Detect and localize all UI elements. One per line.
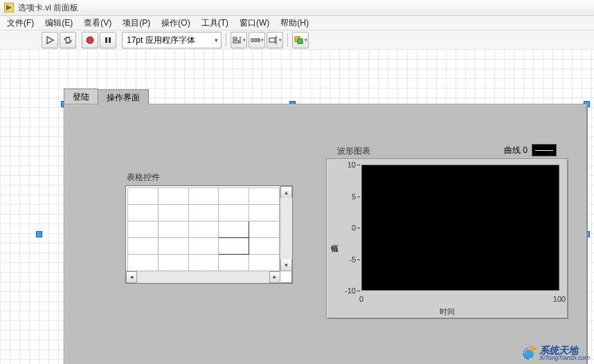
font-selector-label: 17pt 应用程序字体 <box>127 35 195 46</box>
pause-button[interactable] <box>100 32 116 48</box>
font-selector[interactable]: 17pt 应用程序字体 <box>122 32 222 48</box>
table-control[interactable]: ▲ ▼ ◄ ► <box>125 185 293 284</box>
menu-operate[interactable]: 操作(O) <box>156 16 195 30</box>
menu-help[interactable]: 帮助(H) <box>275 16 314 30</box>
waveform-chart-label: 波形图表 <box>337 145 370 157</box>
chart-legend[interactable]: 曲线 0 <box>501 143 559 158</box>
distribute-objects-button[interactable]: ▾ <box>249 32 265 48</box>
legend-line-sample-icon[interactable] <box>532 144 557 156</box>
svg-rect-9 <box>233 41 239 43</box>
menu-tools[interactable]: 工具(T) <box>196 16 234 30</box>
align-objects-button[interactable]: ▾ <box>231 32 247 48</box>
run-button[interactable] <box>42 32 58 48</box>
toolbar-separator <box>287 33 288 47</box>
table-control-label: 表格控件 <box>127 172 160 183</box>
chart-plot-area[interactable] <box>361 165 559 291</box>
y-tick: 10 <box>348 161 356 169</box>
menu-project[interactable]: 项目(P) <box>117 16 156 30</box>
table-cell-selected[interactable] <box>219 238 249 255</box>
chart-y-axis: 10 5 0 -5 -10 <box>327 165 360 291</box>
resize-objects-button[interactable]: ▾ <box>267 32 283 48</box>
svg-marker-2 <box>47 37 53 44</box>
tab-control[interactable]: 登陆 操作界面 表格控件 <box>64 89 586 364</box>
menubar: 文件(F) 编辑(E) 查看(V) 项目(P) 操作(O) 工具(T) 窗口(W… <box>0 16 594 30</box>
y-tick: 5 <box>352 192 356 201</box>
y-tick: 0 <box>352 224 356 232</box>
scroll-right-icon[interactable]: ► <box>269 271 280 283</box>
svg-rect-6 <box>105 37 107 43</box>
tab-strip: 登陆 操作界面 <box>64 89 586 104</box>
window-title: 选项卡.vi 前面板 <box>18 2 78 14</box>
svg-rect-7 <box>109 37 111 43</box>
table-vertical-scrollbar[interactable]: ▲ ▼ <box>280 186 292 271</box>
y-tick: -10 <box>345 286 356 295</box>
front-panel-canvas[interactable]: 登陆 操作界面 表格控件 <box>0 49 594 364</box>
selection-handle[interactable] <box>36 231 42 237</box>
table-grid[interactable] <box>127 188 280 271</box>
y-tick: -5 <box>349 255 356 264</box>
waveform-chart[interactable]: 幅值 10 5 0 -5 -10 0 100 时间 <box>326 158 568 319</box>
legend-plot-name: 曲线 0 <box>504 145 528 156</box>
abort-button[interactable] <box>82 32 98 48</box>
svg-rect-13 <box>258 39 260 42</box>
run-continuously-button[interactable] <box>60 32 76 48</box>
menu-file[interactable]: 文件(F) <box>1 16 39 30</box>
scroll-left-icon[interactable]: ◄ <box>126 271 137 283</box>
svg-rect-14 <box>269 38 275 42</box>
svg-rect-12 <box>255 39 257 42</box>
svg-rect-17 <box>298 39 303 44</box>
tab-login[interactable]: 登陆 <box>64 89 98 104</box>
menu-view[interactable]: 查看(V) <box>78 16 117 30</box>
x-tick: 0 <box>359 295 363 303</box>
scroll-down-icon[interactable]: ▼ <box>280 260 292 271</box>
reorder-button[interactable]: ▾ <box>292 32 309 48</box>
labview-vi-icon <box>4 3 14 12</box>
titlebar: 选项卡.vi 前面板 <box>0 0 594 16</box>
svg-rect-11 <box>251 39 253 42</box>
toolbar-separator <box>226 33 226 47</box>
menu-window[interactable]: 窗口(W) <box>234 16 275 30</box>
front-panel-window: 选项卡.vi 前面板 文件(F) 编辑(E) 查看(V) 项目(P) 操作(O)… <box>0 0 594 364</box>
menu-edit[interactable]: 编辑(E) <box>39 16 78 30</box>
chart-x-axis: 0 100 <box>361 295 559 306</box>
svg-rect-8 <box>233 37 237 39</box>
toolbar: 17pt 应用程序字体 ▾ ▾ ▾ ▾ <box>0 30 594 51</box>
tab-operation[interactable]: 操作界面 <box>98 89 149 105</box>
table-horizontal-scrollbar[interactable]: ◄ ► <box>126 271 280 283</box>
chart-x-axis-label: 时间 <box>327 307 568 317</box>
x-tick: 100 <box>553 295 566 303</box>
table-cell-selected[interactable] <box>219 221 249 238</box>
tab-page-operation: 表格控件 ▲ ▼ <box>64 104 588 364</box>
svg-point-5 <box>87 37 93 44</box>
scroll-up-icon[interactable]: ▲ <box>280 186 292 198</box>
